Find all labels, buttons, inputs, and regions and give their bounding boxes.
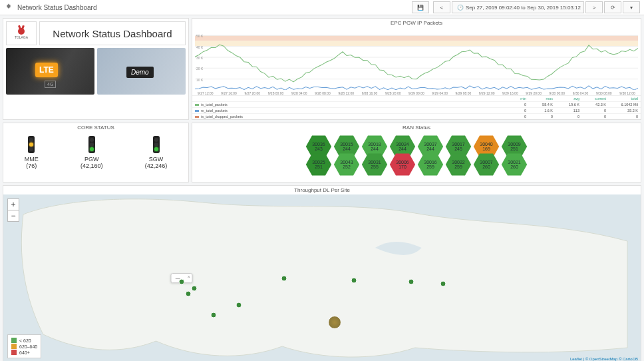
chart-svg: 50 K40 K30 K20 K10 K bbox=[195, 29, 638, 90]
grafana-logo-icon bbox=[4, 3, 13, 12]
ran-status-panel: RAN Status 30036243300152443001824430024… bbox=[192, 123, 641, 182]
traffic-light-icon bbox=[28, 136, 35, 153]
dashboard-title-card: Network Status Dashboard bbox=[39, 21, 186, 45]
map-marker[interactable] bbox=[440, 280, 446, 286]
ran-cell-30021[interactable]: 30021260 bbox=[501, 153, 528, 177]
chart-title: EPC PGW IP Packets bbox=[192, 19, 641, 27]
ran-cell-30043[interactable]: 30043252 bbox=[333, 153, 360, 177]
core-item-mme[interactable]: MME(76) bbox=[25, 136, 39, 169]
lte-image: LTE 4G bbox=[6, 48, 94, 95]
title-panel: TOLAGA Network Status Dashboard LTE 4G D… bbox=[3, 18, 189, 120]
4g-label: 4G bbox=[45, 81, 56, 88]
map-marker[interactable] bbox=[351, 277, 357, 283]
clock-icon: 🕑 bbox=[457, 5, 464, 11]
ran-cell-30022[interactable]: 30022259 bbox=[445, 153, 472, 177]
chart-x-axis: 9/27 12:009/27 16:009/27 20:009/28 00:00… bbox=[192, 91, 641, 95]
time-next-button[interactable]: > bbox=[585, 1, 603, 13]
chart-plot-area[interactable]: 50 K40 K30 K20 K10 K bbox=[195, 29, 638, 90]
map-canvas[interactable]: + − — × < 620620–640640+ Leaflet | © Ope… bbox=[3, 194, 641, 361]
svg-text:30 K: 30 K bbox=[196, 56, 204, 60]
lte-badge: LTE bbox=[35, 63, 58, 77]
map-marker[interactable] bbox=[185, 290, 191, 296]
ran-cell-30007[interactable]: 30007260 bbox=[473, 153, 500, 177]
brand-logo: TOLAGA bbox=[6, 21, 37, 45]
refresh-button[interactable]: ⟳ bbox=[604, 1, 621, 13]
demo-tag: Demo bbox=[126, 67, 154, 78]
map-marker[interactable] bbox=[179, 279, 185, 285]
svg-rect-1 bbox=[195, 41, 638, 46]
svg-text:40 K: 40 K bbox=[196, 45, 204, 49]
core-status-title: CORE STATUS bbox=[3, 123, 188, 132]
chart-legend: minmaxavgcurrenttotaltx_total_packets058… bbox=[192, 95, 641, 119]
svg-rect-0 bbox=[195, 35, 638, 41]
demo-image: Demo bbox=[97, 48, 186, 95]
time-range-label: Sep 27, 2019 09:02:40 to Sep 30, 2019 15… bbox=[466, 5, 581, 11]
ran-status-title: RAN Status bbox=[192, 123, 641, 132]
page-title: Network Status Dashboard bbox=[17, 4, 410, 11]
ran-cell-30031[interactable]: 30031255 bbox=[361, 153, 388, 177]
svg-text:50 K: 50 K bbox=[196, 34, 204, 38]
close-icon[interactable]: × bbox=[188, 274, 190, 279]
legend-series[interactable]: tx_total_packets bbox=[192, 101, 502, 107]
save-button[interactable]: 💾 bbox=[412, 1, 429, 13]
map-zoom-control: + − bbox=[7, 198, 19, 222]
map-marker[interactable] bbox=[236, 302, 242, 308]
map-basemap bbox=[3, 194, 641, 361]
ran-cell-30006[interactable]: 30006170 bbox=[389, 153, 416, 177]
map-marker[interactable] bbox=[281, 276, 287, 282]
zoom-out-button[interactable]: − bbox=[8, 210, 19, 221]
map-legend: < 620620–640640+ bbox=[7, 334, 41, 358]
brand-logo-text: TOLAGA bbox=[15, 35, 28, 39]
core-item-pgw[interactable]: PGW(42,160) bbox=[80, 136, 103, 169]
map-marker[interactable] bbox=[328, 316, 341, 329]
map-title: Throughput DL Per Site bbox=[3, 186, 641, 194]
map-marker[interactable] bbox=[211, 312, 217, 318]
traffic-light-icon bbox=[88, 136, 95, 153]
refresh-menu-button[interactable]: ▾ bbox=[623, 1, 640, 13]
time-range-picker[interactable]: 🕑 Sep 27, 2019 09:02:40 to Sep 30, 2019 … bbox=[452, 1, 584, 13]
legend-series[interactable]: rx_total_packets bbox=[192, 107, 502, 113]
map-marker[interactable] bbox=[408, 279, 414, 285]
zoom-in-button[interactable]: + bbox=[8, 199, 19, 210]
save-icon: 💾 bbox=[417, 5, 424, 11]
svg-text:10 K: 10 K bbox=[196, 78, 204, 82]
traffic-light-icon bbox=[153, 136, 160, 153]
time-prev-button[interactable]: < bbox=[433, 1, 450, 13]
map-marker[interactable] bbox=[192, 286, 198, 292]
ran-cell-30016[interactable]: 30016259 bbox=[417, 153, 444, 177]
map-attribution: Leaflet | © OpenStreetMap © CartoDB bbox=[570, 357, 638, 361]
topbar: Network Status Dashboard 💾 < 🕑 Sep 27, 2… bbox=[0, 0, 644, 15]
core-status-panel: CORE STATUS MME(76)PGW(42,160)SGW(42,246… bbox=[3, 123, 189, 182]
core-item-sgw[interactable]: SGW(42,246) bbox=[145, 136, 168, 169]
refresh-icon: ⟳ bbox=[611, 5, 615, 11]
throughput-map-panel: Throughput DL Per Site + − — × < 620620–… bbox=[3, 185, 641, 361]
epc-pgw-chart-panel: EPC PGW IP Packets 50 K40 K30 K20 K10 K … bbox=[192, 18, 641, 120]
svg-text:20 K: 20 K bbox=[196, 67, 204, 71]
legend-series[interactable]: tx_total_dropped_packets bbox=[192, 113, 502, 119]
ran-cell-30025[interactable]: 30025251 bbox=[305, 153, 332, 177]
